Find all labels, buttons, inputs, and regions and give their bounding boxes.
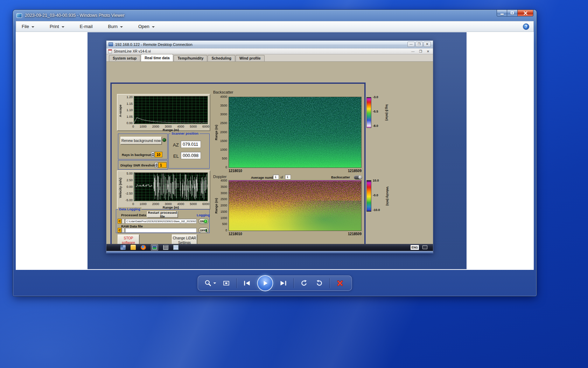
menu-email[interactable]: E-mail (80, 24, 93, 29)
doppler-y-tick: 1500 (220, 210, 227, 213)
backscatter-y-tick: 1500 (220, 139, 227, 143)
processed-path-field[interactable]: C:\Lidar\Data\Proc\2023\202309\20230921\… (125, 219, 197, 224)
rotate-counterclockwise-button[interactable] (299, 278, 309, 288)
raw-logging-toggle[interactable]: OFF (198, 227, 209, 233)
rays-value-field[interactable]: 10 (155, 152, 162, 157)
snr-value-field[interactable]: 1 (158, 162, 167, 168)
doppler-colorbar-tick: -10.0 (373, 208, 386, 212)
play-icon (262, 280, 269, 287)
raw-browse-icon[interactable] (122, 228, 125, 233)
menu-open[interactable]: Open (138, 24, 155, 29)
taskbar-document-icon[interactable] (173, 245, 178, 250)
el-value-field[interactable]: 000.098 (181, 152, 201, 159)
velocity-y-tick: 0.00 (126, 185, 133, 189)
doppler-y-tick: 0 (225, 229, 227, 232)
rays-spinner[interactable] (151, 152, 154, 157)
backscatter-colorbar-label: log β (m/sr) (385, 96, 388, 129)
next-button[interactable] (278, 278, 289, 288)
tab-system-setup[interactable]: System setup (109, 55, 140, 61)
az-value-field[interactable]: 079.011 (181, 141, 201, 148)
menu-burn[interactable]: Burn (108, 24, 123, 29)
backscatter-x-end: 1218509 (348, 169, 362, 173)
backscatter-y-tick: 3000 (220, 113, 227, 116)
raw-drive-selector[interactable]: C (118, 228, 121, 233)
zoom-dropdown-caret-icon (214, 282, 216, 284)
taskbar-streamline-icon (152, 246, 157, 250)
delete-button[interactable] (335, 278, 345, 288)
streamline-restore-button[interactable]: ❐ (419, 49, 422, 53)
photo-viewer-title-bar[interactable]: 2023-09-21_03-40-00.935 - Windows Photo … (13, 10, 537, 21)
remote-desktop-window: 192.168.0.122 - Remote Desktop Connectio… (106, 40, 433, 253)
photo-viewer-window: 2023-09-21_03-40-00.935 - Windows Photo … (13, 10, 537, 296)
help-button[interactable]: ? (523, 23, 529, 30)
snr-spinner[interactable] (155, 162, 158, 168)
spin-up-icon (152, 153, 154, 154)
maximize-button[interactable] (507, 10, 517, 16)
rdc-close-button[interactable]: ✕ (424, 42, 431, 47)
window-title: 2023-09-21_03-40-00.935 - Windows Photo … (25, 13, 125, 18)
el-label: EL (173, 154, 179, 159)
velocity-y-tick: 2.50 (126, 178, 133, 182)
rdc-title-bar: 192.168.0.122 - Remote Desktop Connectio… (106, 41, 433, 48)
toolbar (198, 275, 352, 291)
rdc-minimize-button[interactable]: — (407, 42, 415, 47)
menu-print-label: Print (50, 24, 59, 29)
menu-print[interactable]: Print (50, 24, 64, 29)
raw-path-field[interactable] (125, 228, 197, 233)
on-label: ON (200, 220, 204, 223)
average-number-field[interactable]: 1 (273, 175, 279, 179)
velocity-x-axis-label: Range (m) (134, 205, 208, 209)
close-icon (524, 11, 527, 15)
backscatter-heatmap-image (229, 97, 361, 168)
taskbar-language-indicator[interactable]: ENG (411, 245, 419, 250)
taskbar-firefox-icon[interactable] (141, 245, 146, 250)
ascope-plot (134, 96, 208, 124)
previous-button[interactable] (242, 278, 252, 288)
taskbar-active-app[interactable] (151, 244, 158, 251)
data-logging-group: Data Logging Processed Data file Restart… (116, 209, 210, 233)
processed-browse-icon[interactable] (122, 219, 125, 224)
average-total-field[interactable]: 1 (285, 175, 291, 179)
streamline-minimize-button[interactable]: — (411, 49, 415, 53)
backscatter-colorbar (366, 97, 371, 128)
zoom-button[interactable] (204, 278, 216, 288)
tab-bar: System setup Real time data Temp/humidit… (106, 54, 433, 62)
backscatter-y-tick: 3500 (220, 104, 227, 107)
tab-temp-humidity[interactable]: Temp/humidity (174, 55, 207, 61)
backscatter-toggle-switch[interactable] (354, 175, 362, 179)
streamline-close-button[interactable]: ✕ (427, 49, 429, 53)
doppler-plot-title: Doppler (213, 175, 227, 179)
spin-down-icon (155, 165, 158, 167)
taskbar-start-icon[interactable] (120, 245, 126, 250)
close-button[interactable] (517, 10, 533, 16)
tab-wind-profile[interactable]: Wind profile (236, 55, 265, 61)
backscatter-colorbar-tick: -3.0 (373, 95, 385, 99)
tab-scheduling[interactable]: Scheduling (208, 55, 235, 61)
restart-processed-file-button[interactable]: Restart processed file (147, 211, 178, 218)
renew-background-button[interactable]: Renew background now (120, 137, 162, 144)
play-slideshow-button[interactable] (257, 275, 273, 291)
delete-icon (337, 280, 344, 287)
menu-file[interactable]: File (22, 24, 34, 29)
taskbar-display-icon[interactable] (422, 245, 427, 249)
off-lamp-icon (205, 229, 207, 232)
velocity-y-axis-label: Velocity (m/s) (119, 174, 122, 202)
rotate-clockwise-button[interactable] (314, 278, 325, 288)
tab-real-time-data[interactable]: Real time data (141, 54, 173, 61)
actual-size-button[interactable] (221, 278, 232, 288)
rays-in-background-label: Rays in background (122, 153, 154, 157)
backscatter-y-tick: 500 (222, 157, 227, 160)
doppler-x-range: 1218010 1218509 (229, 232, 362, 236)
ascope-graph-panel: A-scope 1.201.151.101.050.99 01000200030… (117, 94, 210, 131)
doppler-y-tick: 2000 (220, 204, 227, 207)
processed-logging-toggle[interactable]: ON (198, 218, 209, 224)
taskbar-grid-icon[interactable] (163, 245, 168, 250)
taskbar-folder-icon[interactable] (131, 245, 136, 250)
rdc-computer-icon (108, 42, 113, 46)
toolbar-separator (237, 278, 237, 288)
rdc-maximize-button[interactable]: ❐ (415, 42, 423, 47)
backscatter-y-tick: 2000 (220, 130, 227, 134)
processed-drive-selector[interactable]: C (118, 219, 121, 224)
taskbar-icons (120, 244, 178, 251)
minimize-button[interactable] (497, 10, 507, 16)
